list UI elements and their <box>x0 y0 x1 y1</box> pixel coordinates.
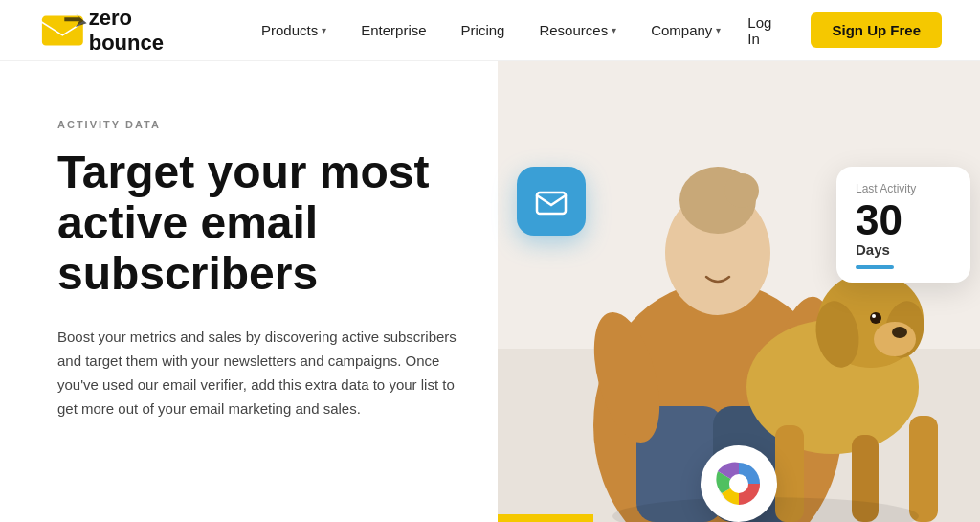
signup-button[interactable]: Sign Up Free <box>811 12 942 48</box>
nav-actions: Log In Sign Up Free <box>734 7 942 55</box>
chevron-down-icon: ▾ <box>716 25 721 35</box>
hero-right: Last Activity 30 Days <box>498 61 980 522</box>
logo[interactable]: zero bounce <box>38 6 210 56</box>
logo-icon <box>38 11 87 50</box>
email-icon <box>533 183 569 219</box>
activity-progress-bar <box>856 265 894 269</box>
hero-section: ACTIVITY DATA Target your most active em… <box>0 61 980 522</box>
logo-text: zero bounce <box>89 6 210 56</box>
activity-data-label: ACTIVITY DATA <box>57 119 459 130</box>
hero-title: Target your most active email subscriber… <box>57 148 459 299</box>
nav-item-products[interactable]: Products ▾ <box>248 14 340 46</box>
nav-item-resources[interactable]: Resources ▾ <box>525 14 630 46</box>
hero-left: ACTIVITY DATA Target your most active em… <box>0 61 498 522</box>
pie-chart-card <box>701 445 777 522</box>
activity-card-unit: Days <box>856 241 951 258</box>
nav-item-enterprise[interactable]: Enterprise <box>347 14 439 46</box>
chevron-down-icon: ▾ <box>322 25 326 35</box>
svg-point-16 <box>892 327 907 338</box>
nav-item-company[interactable]: Company ▾ <box>637 14 734 46</box>
svg-point-5 <box>724 173 759 208</box>
yellow-accent-bar <box>498 514 593 522</box>
svg-rect-23 <box>537 193 566 214</box>
svg-rect-21 <box>909 416 938 522</box>
svg-point-17 <box>870 312 881 324</box>
hero-description: Boost your metrics and sales by discover… <box>57 326 459 420</box>
activity-card-label: Last Activity <box>856 182 951 195</box>
nav-links: Products ▾ Enterprise Pricing Resources … <box>248 14 734 46</box>
svg-point-25 <box>729 474 748 493</box>
chevron-down-icon: ▾ <box>612 25 616 35</box>
activity-card-number: 30 <box>856 199 951 241</box>
nav-item-pricing[interactable]: Pricing <box>448 14 519 46</box>
email-icon-card <box>517 167 586 236</box>
svg-point-18 <box>872 314 876 318</box>
svg-point-15 <box>874 322 916 356</box>
pie-chart-icon <box>712 457 766 511</box>
navbar: zero bounce Products ▾ Enterprise Pricin… <box>0 0 980 61</box>
activity-card: Last Activity 30 Days <box>836 167 970 283</box>
login-button[interactable]: Log In <box>734 7 795 55</box>
